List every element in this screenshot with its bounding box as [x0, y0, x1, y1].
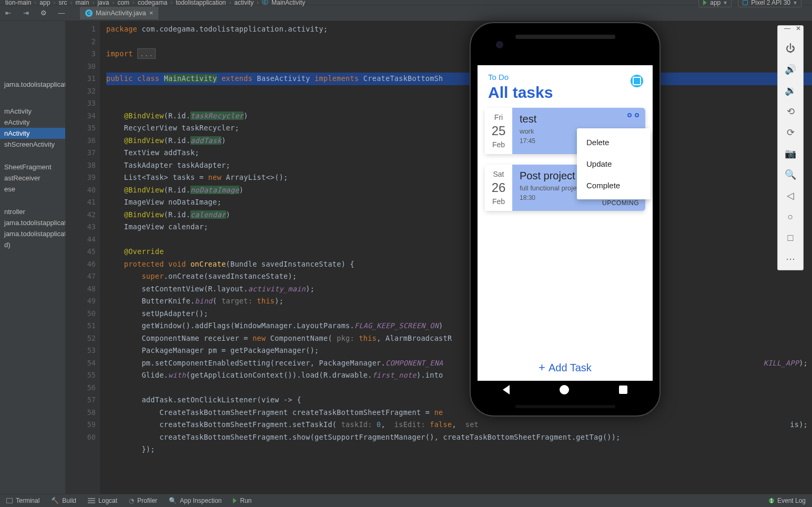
home-icon[interactable]	[560, 385, 569, 394]
app-title: All tasks	[488, 84, 642, 102]
app-subtitle: To Do	[488, 73, 642, 82]
recents-icon[interactable]	[619, 386, 627, 394]
sidebar-item[interactable]: d)	[0, 239, 65, 250]
emulator-screen[interactable]: To Do All tasks Fri 25 Feb test work 17:…	[478, 65, 653, 381]
add-task-button[interactable]: +Add Task	[478, 361, 653, 374]
more-icon[interactable]: ⋯	[785, 253, 796, 265]
volume-up-icon[interactable]: 🔊	[785, 64, 796, 75]
menu-delete[interactable]: Delete	[577, 131, 651, 153]
close-icon[interactable]: ✕	[796, 25, 801, 32]
tab-label: MainActivity.java	[96, 9, 146, 17]
code-area[interactable]: package com.codegama.todolistapplication…	[100, 21, 812, 494]
breadcrumb: tion-main› app› src› main› java› com› co…	[0, 0, 812, 5]
sidebar-item[interactable]: SheetFragment	[0, 161, 65, 173]
task-status: UPCOMING	[602, 199, 639, 207]
back-icon[interactable]	[503, 385, 510, 394]
emulator-toolbar: —✕ ⏻ 🔊 🔉 ⟲ ⟳ 📷 🔍 ◁ ○ □ ⋯	[777, 25, 804, 270]
indent-right-icon[interactable]: ⇥	[21, 8, 31, 18]
sidebar-item[interactable]: ese	[0, 184, 65, 195]
sidebar-item[interactable]: jama.todolistapplicat	[0, 217, 65, 228]
android-navbar	[478, 381, 653, 399]
editor-toolbar: ⇤ ⇥ ⚙ — C MainActivity.java ×	[0, 5, 812, 21]
sidebar-item[interactable]: jama.todolistapplicat	[0, 79, 65, 90]
gear-icon[interactable]: ⚙	[39, 8, 48, 18]
menu-complete[interactable]: Complete	[577, 175, 651, 196]
emulator-device: To Do All tasks Fri 25 Feb test work 17:…	[470, 22, 661, 417]
device-select[interactable]: Pixel 2 API 30▾	[738, 0, 801, 7]
minimize-icon[interactable]: —	[57, 8, 66, 18]
calendar-icon[interactable]	[631, 75, 643, 87]
gutter: 123 303132 333435 363738 394041 424344 4…	[66, 21, 100, 494]
zoom-icon[interactable]: 🔍	[785, 169, 796, 180]
task-date: Fri 25 Feb	[485, 108, 512, 154]
build-tab[interactable]: 🔨Build	[51, 497, 76, 504]
sidebar-item[interactable]: jama.todolistapplicat	[0, 228, 65, 239]
sidebar-item[interactable]: ntroller	[0, 206, 65, 217]
indent-left-icon[interactable]: ⇤	[3, 8, 13, 18]
overview-icon[interactable]: □	[785, 232, 796, 244]
close-icon[interactable]: ×	[149, 9, 154, 17]
app-inspection-tab[interactable]: 🔍App Inspection	[169, 497, 221, 504]
back-icon[interactable]: ◁	[785, 190, 796, 201]
terminal-tab[interactable]: Terminal	[6, 497, 39, 504]
java-class-icon: C	[85, 9, 93, 17]
sidebar-item[interactable]: eActivity	[0, 117, 65, 128]
rotate-right-icon[interactable]: ⟳	[785, 127, 796, 138]
sidebar-item[interactable]: mActivity	[0, 106, 65, 117]
context-menu: Delete Update Complete	[577, 128, 651, 199]
tab-mainactivity[interactable]: C MainActivity.java ×	[80, 7, 158, 19]
power-icon[interactable]: ⏻	[785, 43, 796, 54]
volume-down-icon[interactable]: 🔉	[785, 85, 796, 96]
menu-update[interactable]: Update	[577, 153, 651, 175]
run-tab[interactable]: Run	[233, 497, 251, 504]
minimize-icon[interactable]: —	[784, 25, 790, 32]
task-title: test	[520, 113, 638, 125]
home-icon[interactable]: ○	[785, 211, 796, 222]
logcat-tab[interactable]: Logcat	[88, 497, 117, 504]
camera-icon[interactable]: 📷	[785, 148, 796, 159]
project-sidebar[interactable]: jama.todolistapplicat mActivity eActivit…	[0, 21, 66, 494]
task-options-icon[interactable]	[627, 113, 639, 117]
rotate-left-icon[interactable]: ⟲	[785, 106, 796, 117]
sidebar-item[interactable]: astReceiver	[0, 173, 65, 184]
code-editor[interactable]: 123 303132 333435 363738 394041 424344 4…	[66, 21, 812, 494]
task-date: Sat 26 Feb	[485, 165, 512, 211]
event-log-tab[interactable]: 1Event Log	[769, 497, 806, 504]
status-bar: Terminal 🔨Build Logcat ◔Profiler 🔍App In…	[0, 494, 812, 507]
run-config[interactable]: app▾	[698, 0, 732, 7]
profiler-tab[interactable]: ◔Profiler	[129, 497, 157, 504]
sidebar-item-selected[interactable]: nActivity	[0, 128, 65, 139]
sidebar-item[interactable]: shScreenActivity	[0, 139, 65, 150]
